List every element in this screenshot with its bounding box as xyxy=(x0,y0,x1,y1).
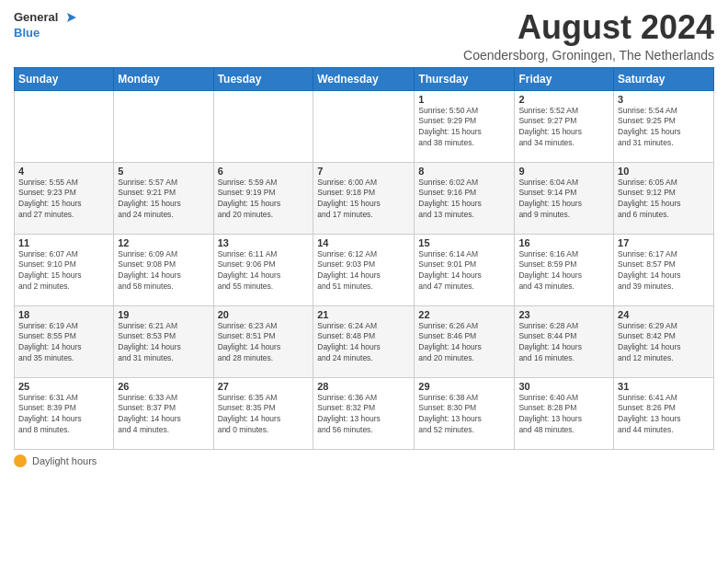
table-cell: 28Sunrise: 6:36 AM Sunset: 8:32 PM Dayli… xyxy=(313,377,415,449)
week-row-1: 1Sunrise: 5:50 AM Sunset: 9:29 PM Daylig… xyxy=(15,90,714,162)
table-cell: 6Sunrise: 5:59 AM Sunset: 9:19 PM Daylig… xyxy=(213,162,313,234)
day-info: Sunrise: 5:57 AM Sunset: 9:21 PM Dayligh… xyxy=(118,178,209,222)
day-number: 22 xyxy=(418,309,510,320)
day-info: Sunrise: 5:59 AM Sunset: 9:19 PM Dayligh… xyxy=(218,178,310,222)
day-info: Sunrise: 6:33 AM Sunset: 8:37 PM Dayligh… xyxy=(118,393,209,437)
day-info: Sunrise: 6:09 AM Sunset: 9:08 PM Dayligh… xyxy=(118,249,209,293)
day-info: Sunrise: 5:54 AM Sunset: 9:25 PM Dayligh… xyxy=(618,106,710,150)
calendar: Sunday Monday Tuesday Wednesday Thursday… xyxy=(14,67,714,450)
page: General Blue August 2024 Coendersborg, G… xyxy=(0,0,728,472)
table-cell: 26Sunrise: 6:33 AM Sunset: 8:37 PM Dayli… xyxy=(114,377,213,449)
col-thursday: Thursday xyxy=(415,67,515,90)
table-cell: 19Sunrise: 6:21 AM Sunset: 8:53 PM Dayli… xyxy=(114,305,213,377)
col-sunday: Sunday xyxy=(15,67,114,90)
day-info: Sunrise: 6:38 AM Sunset: 8:30 PM Dayligh… xyxy=(418,393,510,437)
day-number: 24 xyxy=(618,309,710,320)
table-cell: 13Sunrise: 6:11 AM Sunset: 9:06 PM Dayli… xyxy=(213,234,313,305)
day-info: Sunrise: 6:24 AM Sunset: 8:48 PM Dayligh… xyxy=(317,321,410,365)
col-saturday: Saturday xyxy=(614,67,714,90)
day-info: Sunrise: 5:50 AM Sunset: 9:29 PM Dayligh… xyxy=(418,106,510,150)
day-info: Sunrise: 6:19 AM Sunset: 8:55 PM Dayligh… xyxy=(18,321,109,365)
day-info: Sunrise: 5:52 AM Sunset: 9:27 PM Dayligh… xyxy=(518,106,609,150)
col-monday: Monday xyxy=(114,67,213,90)
day-number: 23 xyxy=(518,309,609,320)
logo: General Blue xyxy=(14,9,76,40)
table-cell: 5Sunrise: 5:57 AM Sunset: 9:21 PM Daylig… xyxy=(114,162,213,234)
day-info: Sunrise: 6:17 AM Sunset: 8:57 PM Dayligh… xyxy=(618,249,710,293)
table-cell: 22Sunrise: 6:26 AM Sunset: 8:46 PM Dayli… xyxy=(415,305,515,377)
sun-icon xyxy=(14,454,27,467)
day-number: 20 xyxy=(218,309,310,320)
table-cell: 14Sunrise: 6:12 AM Sunset: 9:03 PM Dayli… xyxy=(313,234,415,305)
week-row-5: 25Sunrise: 6:31 AM Sunset: 8:39 PM Dayli… xyxy=(15,377,714,449)
table-cell: 11Sunrise: 6:07 AM Sunset: 9:10 PM Dayli… xyxy=(15,234,114,305)
week-row-2: 4Sunrise: 5:55 AM Sunset: 9:23 PM Daylig… xyxy=(15,162,714,234)
table-cell xyxy=(114,90,213,162)
logo-blue: Blue xyxy=(14,26,40,40)
day-number: 17 xyxy=(618,237,710,248)
day-number: 3 xyxy=(618,94,710,105)
day-info: Sunrise: 6:29 AM Sunset: 8:42 PM Dayligh… xyxy=(618,321,710,365)
table-cell: 10Sunrise: 6:05 AM Sunset: 9:12 PM Dayli… xyxy=(614,162,714,234)
table-cell: 16Sunrise: 6:16 AM Sunset: 8:59 PM Dayli… xyxy=(515,234,614,305)
col-tuesday: Tuesday xyxy=(213,67,313,90)
table-cell: 15Sunrise: 6:14 AM Sunset: 9:01 PM Dayli… xyxy=(415,234,515,305)
day-number: 30 xyxy=(518,381,609,392)
day-number: 18 xyxy=(18,309,109,320)
day-number: 31 xyxy=(618,381,710,392)
day-info: Sunrise: 6:21 AM Sunset: 8:53 PM Dayligh… xyxy=(118,321,209,365)
table-cell: 29Sunrise: 6:38 AM Sunset: 8:30 PM Dayli… xyxy=(415,377,515,449)
day-number: 9 xyxy=(518,166,609,177)
footer: Daylight hours xyxy=(14,454,714,467)
day-number: 14 xyxy=(317,237,410,248)
day-number: 28 xyxy=(317,381,410,392)
day-number: 1 xyxy=(418,94,510,105)
day-info: Sunrise: 6:00 AM Sunset: 9:18 PM Dayligh… xyxy=(317,178,410,222)
col-friday: Friday xyxy=(515,67,614,90)
day-info: Sunrise: 6:14 AM Sunset: 9:01 PM Dayligh… xyxy=(418,249,510,293)
table-cell: 31Sunrise: 6:41 AM Sunset: 8:26 PM Dayli… xyxy=(614,377,714,449)
table-cell: 1Sunrise: 5:50 AM Sunset: 9:29 PM Daylig… xyxy=(415,90,515,162)
title-block: August 2024 Coendersborg, Groningen, The… xyxy=(463,9,714,63)
table-cell: 21Sunrise: 6:24 AM Sunset: 8:48 PM Dayli… xyxy=(313,305,415,377)
daylight-label: Daylight hours xyxy=(32,455,97,466)
table-cell: 20Sunrise: 6:23 AM Sunset: 8:51 PM Dayli… xyxy=(213,305,313,377)
day-number: 21 xyxy=(317,309,410,320)
day-info: Sunrise: 6:31 AM Sunset: 8:39 PM Dayligh… xyxy=(18,393,109,437)
day-number: 13 xyxy=(218,237,310,248)
day-info: Sunrise: 5:55 AM Sunset: 9:23 PM Dayligh… xyxy=(18,178,109,222)
day-number: 27 xyxy=(218,381,310,392)
day-info: Sunrise: 6:04 AM Sunset: 9:14 PM Dayligh… xyxy=(518,178,609,222)
day-info: Sunrise: 6:23 AM Sunset: 8:51 PM Dayligh… xyxy=(218,321,310,365)
logo-general: General xyxy=(14,10,58,25)
day-number: 5 xyxy=(118,166,209,177)
subtitle: Coendersborg, Groningen, The Netherlands xyxy=(463,48,714,63)
day-number: 19 xyxy=(118,309,209,320)
day-info: Sunrise: 6:28 AM Sunset: 8:44 PM Dayligh… xyxy=(518,321,609,365)
table-cell: 23Sunrise: 6:28 AM Sunset: 8:44 PM Dayli… xyxy=(515,305,614,377)
day-info: Sunrise: 6:26 AM Sunset: 8:46 PM Dayligh… xyxy=(418,321,510,365)
table-cell: 30Sunrise: 6:40 AM Sunset: 8:28 PM Dayli… xyxy=(515,377,614,449)
table-cell: 24Sunrise: 6:29 AM Sunset: 8:42 PM Dayli… xyxy=(614,305,714,377)
day-info: Sunrise: 6:35 AM Sunset: 8:35 PM Dayligh… xyxy=(218,393,310,437)
day-number: 12 xyxy=(118,237,209,248)
day-number: 25 xyxy=(18,381,109,392)
day-number: 15 xyxy=(418,237,510,248)
day-number: 6 xyxy=(218,166,310,177)
svg-marker-0 xyxy=(67,13,76,22)
day-info: Sunrise: 6:05 AM Sunset: 9:12 PM Dayligh… xyxy=(618,178,710,222)
header: General Blue August 2024 Coendersborg, G… xyxy=(14,9,714,63)
day-info: Sunrise: 6:11 AM Sunset: 9:06 PM Dayligh… xyxy=(218,249,310,293)
calendar-header-row: Sunday Monday Tuesday Wednesday Thursday… xyxy=(15,67,714,90)
logo-bird xyxy=(60,9,76,26)
day-info: Sunrise: 6:02 AM Sunset: 9:16 PM Dayligh… xyxy=(418,178,510,222)
day-number: 8 xyxy=(418,166,510,177)
table-cell: 2Sunrise: 5:52 AM Sunset: 9:27 PM Daylig… xyxy=(515,90,614,162)
table-cell: 17Sunrise: 6:17 AM Sunset: 8:57 PM Dayli… xyxy=(614,234,714,305)
week-row-3: 11Sunrise: 6:07 AM Sunset: 9:10 PM Dayli… xyxy=(15,234,714,305)
table-cell: 8Sunrise: 6:02 AM Sunset: 9:16 PM Daylig… xyxy=(415,162,515,234)
table-cell: 27Sunrise: 6:35 AM Sunset: 8:35 PM Dayli… xyxy=(213,377,313,449)
table-cell xyxy=(213,90,313,162)
month-title: August 2024 xyxy=(463,9,714,46)
table-cell xyxy=(313,90,415,162)
